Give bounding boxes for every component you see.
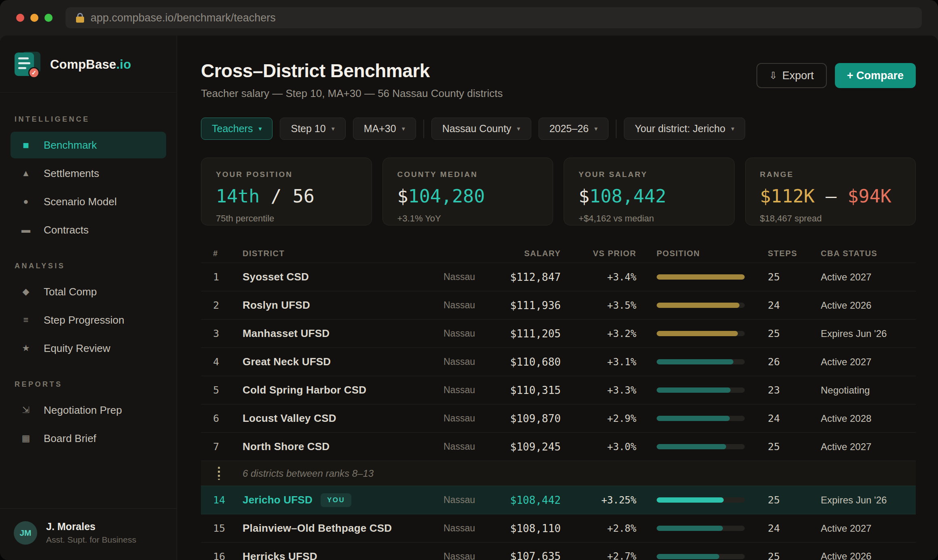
col-rank: # [201, 249, 243, 258]
sidebar-item-equity-review[interactable]: ★ Equity Review [11, 335, 166, 362]
position-bar-fill [657, 416, 730, 421]
steps-cell: 25 [745, 494, 794, 506]
table-row[interactable]: 16Herricks UFSDNassau$107,635+2.7%25Acti… [201, 542, 916, 560]
benchmark-table: # DISTRICT SALARY VS PRIOR POSITION STEP… [201, 244, 916, 560]
district-name: Jericho UFSD [243, 494, 313, 506]
filter-step[interactable]: Step 10 ▾ [280, 118, 345, 140]
maximize-window-button[interactable] [44, 14, 53, 22]
district-name: Locust Valley CSD [243, 412, 336, 424]
sidebar-item-scenario-model[interactable]: ● Scenario Model [11, 188, 166, 215]
position-bar-track [657, 444, 745, 449]
export-button[interactable]: ⇩ Export [756, 63, 827, 88]
browser-chrome: app.compbase.io/benchmark/teachers [0, 0, 938, 36]
cba-status-cell: Negotiating [794, 385, 916, 396]
sidebar-item-negotiation-prep[interactable]: ⇲ Negotiation Prep [11, 397, 166, 423]
col-steps[interactable]: STEPS [745, 249, 794, 258]
table-row[interactable]: 7North Shore CSDNassau$109,245+3.0%25Act… [201, 432, 916, 461]
stat-card-county-median: COUNTY MEDIAN $104,280 +3.1% YoY [382, 158, 554, 225]
district-name: Syosset CSD [243, 271, 309, 283]
cba-status-cell: Active 2027 [794, 356, 916, 368]
rank-cell: 5 [201, 384, 243, 396]
compare-button[interactable]: + Compare [835, 63, 916, 88]
sidebar-item-settlements[interactable]: ▲ Settlements [11, 160, 166, 187]
county-cell: Nassau [444, 523, 492, 534]
sidebar-item-contracts[interactable]: ▬ Contracts [11, 217, 166, 243]
filter-county[interactable]: Nassau County ▾ [431, 118, 531, 140]
star-icon: ★ [19, 343, 33, 354]
filter-year[interactable]: 2025–26 ▾ [539, 118, 608, 140]
vs-prior-cell: +2.9% [561, 413, 636, 424]
table-row[interactable]: 6Locust Valley CSDNassau$109,870+2.9%24A… [201, 404, 916, 432]
rank-cell: 14 [201, 494, 243, 506]
filter-your-district[interactable]: Your district: Jericho ▾ [624, 118, 745, 140]
download-icon: ⇩ [769, 70, 777, 81]
county-cell: Nassau [444, 441, 492, 452]
col-vs-prior[interactable]: VS PRIOR [561, 249, 636, 258]
steps-cell: 24 [745, 413, 794, 424]
vertical-dots-icon [218, 467, 220, 480]
sidebar-item-step-progression[interactable]: ≡ Step Progression [11, 307, 166, 333]
steps-cell: 25 [745, 441, 794, 453]
table-row[interactable]: 4Great Neck UFSDNassau$110,680+3.1%26Act… [201, 347, 916, 376]
sidebar-item-total-comp[interactable]: ◆ Total Comp [11, 278, 166, 305]
stat-cards: YOUR POSITION 14th / 56 75th percentile … [201, 158, 916, 225]
square-icon: ■ [19, 139, 33, 152]
steps-cell: 24 [745, 522, 794, 534]
stat-card-your-salary: YOUR SALARY $108,442 +$4,162 vs median [564, 158, 735, 225]
vs-prior-cell: +3.4% [561, 272, 636, 283]
position-bar-track [657, 359, 745, 364]
sidebar-item-label: Board Brief [44, 432, 96, 445]
table-row[interactable]: 5Cold Spring Harbor CSDNassau$110,315+3.… [201, 376, 916, 404]
sidebar-item-label: Settlements [44, 167, 99, 180]
position-cell [636, 554, 745, 559]
district-cell: Manhasset UFSD [243, 327, 444, 340]
rank-cell: 1 [201, 271, 243, 283]
steps-cell: 25 [745, 551, 794, 560]
district-cell: Jericho UFSDYOU [243, 493, 444, 507]
position-bar-track [657, 303, 745, 308]
address-bar[interactable]: app.compbase.io/benchmark/teachers [65, 7, 922, 28]
district-cell: Herricks UFSD [243, 550, 444, 560]
rank-cell: 3 [201, 328, 243, 339]
collapsed-ranks-row[interactable]: 6 districts between ranks 8–13 [201, 461, 916, 486]
salary-cell: $109,870 [492, 413, 561, 425]
county-cell: Nassau [444, 300, 492, 311]
cba-status-cell: Active 2027 [794, 441, 916, 453]
position-cell [636, 416, 745, 421]
circle-icon: ● [19, 196, 33, 207]
close-window-button[interactable] [16, 14, 24, 22]
sidebar-item-label: Scenario Model [44, 196, 117, 208]
cba-status-cell: Active 2027 [794, 272, 916, 283]
steps-cell: 26 [745, 356, 794, 368]
col-salary[interactable]: SALARY [492, 249, 561, 258]
col-position[interactable]: POSITION [636, 249, 745, 258]
cba-status-cell: Active 2028 [794, 413, 916, 424]
col-cba-status[interactable]: CBA STATUS [794, 249, 916, 258]
minimize-window-button[interactable] [30, 14, 38, 22]
table-row[interactable]: 2Roslyn UFSDNassau$111,936+3.5%24Active … [201, 291, 916, 319]
salary-cell: $107,635 [492, 550, 561, 560]
sidebar-item-label: Equity Review [44, 342, 110, 355]
sidebar-item-label: Total Comp [44, 286, 97, 298]
table-row[interactable]: 15Plainview–Old Bethpage CSDNassau$108,1… [201, 514, 916, 542]
county-cell: Nassau [444, 385, 492, 396]
salary-cell: $112,847 [492, 271, 561, 283]
rank-cell: 7 [201, 441, 243, 453]
sidebar-item-label: Contracts [44, 224, 89, 236]
position-bar-track [657, 331, 745, 336]
filter-education[interactable]: MA+30 ▾ [353, 118, 416, 140]
vs-prior-cell: +3.1% [561, 356, 636, 368]
chevron-down-icon: ▾ [402, 125, 405, 133]
sidebar-item-board-brief[interactable]: ▦ Board Brief [11, 425, 166, 452]
salary-cell: $110,315 [492, 384, 561, 396]
brand[interactable]: ✓ CompBase.io [0, 36, 177, 93]
table-row[interactable]: 1Syosset CSDNassau$112,847+3.4%25Active … [201, 263, 916, 291]
cba-status-cell: Active 2026 [794, 551, 916, 560]
position-bar-track [657, 554, 745, 559]
rank-cell: 2 [201, 299, 243, 311]
sidebar-item-benchmark[interactable]: ■ Benchmark [11, 132, 166, 158]
user-profile[interactable]: JM J. Morales Asst. Supt. for Business [0, 508, 177, 560]
filter-teachers[interactable]: Teachers ▾ [201, 118, 273, 140]
table-row[interactable]: 3Manhasset UFSDNassau$111,205+3.2%25Expi… [201, 319, 916, 347]
table-row[interactable]: 14Jericho UFSDYOUNassau$108,442+3.25%25E… [201, 486, 916, 514]
